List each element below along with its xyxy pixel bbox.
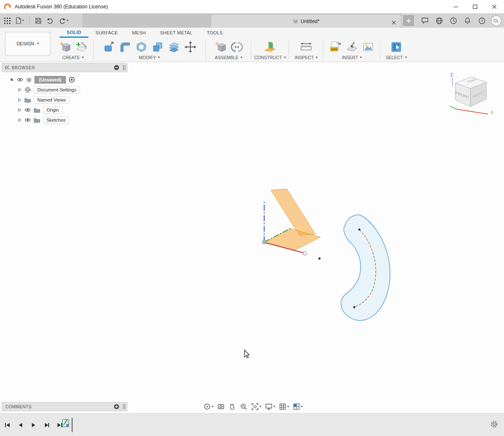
timeline-sketch-feature[interactable] — [61, 417, 73, 432]
collapse-circle-icon[interactable] — [114, 65, 120, 70]
expander-icon[interactable] — [18, 88, 22, 92]
shell-button[interactable] — [135, 40, 148, 54]
comments-button[interactable] — [418, 15, 431, 26]
timeline-settings-button[interactable] — [490, 420, 498, 430]
sketch-profile[interactable] — [341, 215, 390, 321]
construct-plane-button[interactable] — [263, 40, 277, 54]
app-grid-button[interactable] — [3, 16, 12, 25]
tab-tools[interactable]: TOOLS — [200, 28, 230, 38]
tree-row-document-settings[interactable]: Document Settings — [2, 85, 127, 95]
root-expander-icon[interactable] — [10, 78, 14, 82]
tree-item-label[interactable]: Origin — [43, 106, 62, 114]
tree-row-root[interactable]: (Unsaved) — [2, 75, 127, 85]
joint-button[interactable] — [230, 40, 244, 54]
display-settings-button[interactable]: ▾ — [264, 402, 276, 411]
minimize-button[interactable] — [446, 0, 465, 13]
root-document-label[interactable]: (Unsaved) — [34, 76, 66, 84]
tab-surface[interactable]: SURFACE — [88, 28, 125, 38]
look-at-button[interactable] — [216, 402, 226, 411]
tab-sheet-metal[interactable]: SHEET METAL — [153, 28, 200, 38]
redo-button[interactable]: ▾ — [57, 16, 70, 25]
collapse-panel-icon[interactable] — [5, 65, 9, 70]
fillet-icon — [119, 41, 131, 53]
expander-icon[interactable] — [18, 108, 22, 112]
help-button[interactable]: ? — [475, 15, 488, 26]
expander-icon[interactable] — [18, 98, 22, 102]
close-tab-button[interactable] — [391, 18, 397, 27]
insert-dropdown[interactable]: INSERT▾ — [342, 55, 361, 60]
select-button[interactable] — [390, 40, 403, 54]
comments-panel-header[interactable]: COMMENTS — [2, 402, 127, 411]
create-dropdown[interactable]: CREATE▾ — [62, 55, 84, 60]
select-dropdown[interactable]: SELECT▾ — [386, 55, 407, 60]
grid-display-button[interactable]: ▾ — [278, 402, 290, 411]
close-button[interactable] — [485, 0, 504, 13]
tab-mesh[interactable]: MESH — [125, 28, 153, 38]
browser-grip[interactable] — [123, 65, 125, 70]
pan-button[interactable] — [227, 402, 237, 411]
notifications-button[interactable] — [461, 15, 474, 26]
fit-button[interactable]: ▾ — [250, 402, 262, 411]
tree-row-named-views[interactable]: Named Views — [2, 95, 127, 105]
origin-plane-vertical[interactable] — [271, 189, 315, 235]
browser-header[interactable]: BROWSER — [2, 63, 127, 72]
step-back-button[interactable] — [16, 421, 25, 429]
document-tab[interactable]: Untitled* — [211, 15, 401, 28]
timeline-position-marker[interactable] — [72, 418, 73, 432]
spline-centerline[interactable] — [354, 230, 376, 307]
tree-row-sketches[interactable]: Sketches — [2, 115, 127, 125]
origin-plane-horizontal[interactable] — [265, 229, 320, 251]
create-form-button[interactable] — [58, 40, 72, 54]
tree-item-label[interactable]: Named Views — [34, 96, 70, 104]
press-pull-button[interactable] — [102, 40, 115, 54]
step-forward-button[interactable] — [42, 421, 51, 429]
fillet-button[interactable] — [118, 40, 132, 54]
x-axis[interactable] — [265, 243, 304, 253]
undo-button[interactable] — [45, 16, 55, 25]
job-status-button[interactable] — [447, 15, 460, 26]
new-tab-button[interactable] — [403, 15, 414, 26]
visibility-eye-icon[interactable] — [24, 117, 31, 123]
play-button[interactable] — [29, 421, 38, 429]
user-avatar[interactable]: CL — [491, 16, 501, 26]
view-cube[interactable]: TOP FRONT RIGHT Z X — [447, 70, 497, 118]
create-sketch-button[interactable] — [75, 40, 88, 54]
inspect-dropdown[interactable]: INSPECT▾ — [295, 55, 318, 60]
measure-button[interactable] — [299, 40, 313, 54]
y-axis[interactable] — [264, 228, 291, 242]
insert-canvas-button[interactable] — [361, 40, 375, 54]
tab-solid[interactable]: SOLID — [60, 28, 88, 38]
tree-item-label[interactable]: Sketches — [43, 116, 69, 124]
modify-dropdown[interactable]: MODIFY▾ — [139, 55, 160, 60]
viewport-canvas[interactable]: BROWSER (Unsaved) — [0, 62, 504, 413]
zoom-button[interactable] — [239, 402, 249, 411]
sketch-point[interactable] — [318, 257, 320, 259]
maximize-button[interactable] — [465, 0, 485, 13]
web-button[interactable] — [432, 15, 446, 26]
visibility-eye-icon[interactable] — [24, 107, 31, 112]
origin-point[interactable] — [262, 240, 266, 244]
comments-grip[interactable] — [123, 404, 125, 409]
assemble-dropdown[interactable]: ASSEMBLE▾ — [215, 55, 242, 60]
file-menu-button[interactable]: ▾ — [14, 16, 26, 25]
construct-dropdown[interactable]: CONSTRUCT▾ — [255, 55, 286, 60]
spline-point-bottom[interactable] — [353, 306, 355, 308]
expand-circle-icon[interactable] — [114, 404, 120, 410]
spline-point-top[interactable] — [358, 228, 360, 230]
combine-button[interactable] — [151, 40, 164, 54]
go-to-start-button[interactable] — [3, 421, 12, 429]
visibility-eye-icon[interactable] — [17, 77, 23, 82]
insert-derive-button[interactable] — [345, 40, 359, 54]
new-component-button[interactable] — [214, 40, 227, 54]
save-button[interactable] — [34, 16, 43, 25]
insert-svg-button[interactable]: SVG — [329, 40, 342, 54]
axis-handle-point[interactable] — [303, 252, 307, 255]
expander-icon[interactable] — [18, 118, 22, 122]
activate-component-icon[interactable] — [68, 76, 75, 83]
tree-item-label[interactable]: Document Settings — [34, 86, 80, 94]
move-copy-button[interactable] — [184, 40, 197, 54]
tree-row-origin[interactable]: Origin — [2, 105, 127, 115]
viewports-button[interactable]: ▾ — [291, 402, 304, 411]
orbit-button[interactable]: ▾ — [202, 402, 215, 411]
offset-face-button[interactable] — [167, 40, 181, 54]
